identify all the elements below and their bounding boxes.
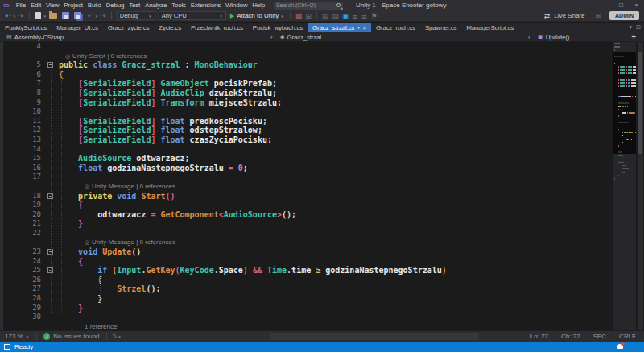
code-line-10: 10 <box>0 107 612 117</box>
attach-label: Attach to Unity <box>237 12 279 19</box>
indent-icon[interactable]: ≣ <box>350 10 360 22</box>
float-window-icon[interactable]: ⊡ <box>636 24 641 31</box>
breadcrumb-type[interactable]: ◈ Gracz_strzal <box>280 32 321 42</box>
menu-item-project[interactable]: Project <box>61 0 85 10</box>
search-box[interactable]: Search (Ctrl+Q) <box>274 2 343 10</box>
codelens-line[interactable]: ◎Unity Message | 0 references <box>0 238 612 247</box>
document-health-indicator[interactable]: ✓ No issues found <box>39 333 103 340</box>
uncomment-icon[interactable]: ▤ <box>330 10 341 22</box>
feedback-icon[interactable]: ✉ <box>594 10 604 22</box>
codelens-text[interactable]: 1 reference <box>85 323 117 330</box>
fold-box-icon[interactable] <box>47 62 53 68</box>
codelens-text[interactable]: Unity Message | 0 references <box>92 238 175 246</box>
back-dropdown-icon[interactable]: ▾ <box>14 14 16 19</box>
configuration-dropdown-icon: ▾ <box>149 14 151 19</box>
menu-item-tools[interactable]: Tools <box>169 0 188 10</box>
live-share-button[interactable]: Live Share <box>554 12 584 19</box>
line-number: 27 <box>0 284 42 294</box>
tab-spawner-cs[interactable]: Spawner.cs <box>420 23 461 32</box>
codelens-line[interactable]: ◎Unity Script | 0 references <box>0 52 612 61</box>
attach-to-unity-button[interactable]: ▶ Attach to Unity ▾ <box>230 12 284 19</box>
minimize-button[interactable]: – <box>598 0 613 10</box>
codelens-text[interactable]: Unity Script | 0 references <box>72 52 147 60</box>
tab-gracz_zycie-cs[interactable]: Gracz_zycie.cs <box>103 23 154 32</box>
platform-select[interactable]: Any CPU ▾ <box>159 11 226 20</box>
new-file-icon[interactable] <box>35 12 41 19</box>
close-button[interactable]: × <box>629 0 644 10</box>
grid-icon[interactable]: ⊞ <box>303 10 313 22</box>
minimap[interactable] <box>613 42 636 330</box>
codelens-line[interactable]: 1 reference <box>0 322 612 330</box>
zoom-select[interactable]: 173 % ▾ <box>0 333 34 340</box>
menu-item-extensions[interactable]: Extensions <box>188 0 223 10</box>
status-message: Ready <box>14 343 33 350</box>
navigate-forward-icon[interactable]: ↷ <box>16 10 26 22</box>
codelens-text[interactable]: Unity Message | 0 references <box>92 183 175 190</box>
project-dropdown-icon[interactable]: ▾ <box>270 35 273 39</box>
horizontal-scrollbar-thumb[interactable] <box>270 333 479 340</box>
tab-pin-icon[interactable]: ▾ <box>357 25 359 30</box>
menu-item-analyze[interactable]: Analyze <box>142 0 169 10</box>
save-all-icon[interactable] <box>74 12 81 19</box>
breadcrumb-project[interactable]: ▤ Assembly-CSharp <box>6 32 64 42</box>
notification-bell-icon[interactable] <box>617 344 623 349</box>
line-ending-indicator[interactable]: CRLF <box>619 333 636 340</box>
menu-item-view[interactable]: View <box>43 0 61 10</box>
code-line-16: 16 float godzinaNastepnegoStrzalu = 0; <box>0 164 612 173</box>
configuration-select[interactable]: Debug ▾ <box>117 11 155 20</box>
open-folder-icon[interactable] <box>49 13 57 19</box>
tab-zycie-cs[interactable]: Zycie.cs <box>154 23 186 32</box>
code-line-27: 27 Strzel(); <box>0 284 612 294</box>
pencil-icon: ✎ <box>113 333 118 340</box>
tab-gracz_strzal-cs[interactable]: Gracz_strzal.cs▾× <box>308 23 371 32</box>
vertical-scrollbar[interactable] <box>638 42 643 330</box>
navigate-back-icon[interactable]: ↶ <box>3 10 13 22</box>
comment-icon[interactable]: ▤ <box>320 10 331 22</box>
tab-pocisk_wybuch-cs[interactable]: Pocisk_wybuch.cs <box>248 23 308 32</box>
editor[interactable]: 4◎Unity Script | 0 references5public cla… <box>0 42 644 330</box>
breakpoint-grid-icon[interactable]: ▦ <box>294 10 304 22</box>
maximize-button[interactable]: □ <box>613 0 629 10</box>
tab-gracz_ruch-cs[interactable]: Gracz_ruch.cs <box>371 23 420 32</box>
new-file-dropdown-icon[interactable]: ▾ <box>44 14 47 19</box>
save-icon[interactable] <box>62 12 69 19</box>
toolbar: ↶ ▾ ↷ ▾ ↶ ▾ ↷ Debug ▾ Any CPU ▾ ▶ Attach… <box>0 10 644 22</box>
user-account-button[interactable]: ADMIN <box>609 11 639 20</box>
horizontal-scrollbar[interactable] <box>125 331 518 342</box>
outdent-icon[interactable]: ≣ <box>360 10 369 22</box>
split-window-icon[interactable]: + <box>631 32 636 42</box>
menu-item-edit[interactable]: Edit <box>28 0 43 10</box>
active-files-dropdown-icon[interactable]: ▾ <box>630 24 633 31</box>
codelens-line[interactable]: ◎Unity Message | 0 references <box>0 182 612 192</box>
menu-item-file[interactable]: File <box>14 0 28 10</box>
tab-punktyscript-cs[interactable]: PunktyScript.cs <box>0 23 52 32</box>
background-tasks-icon[interactable] <box>4 344 10 350</box>
tab-managerscript-cs[interactable]: ManagerScript.cs <box>461 23 518 32</box>
redo-icon[interactable]: ↷ <box>98 10 108 22</box>
code-line-22: 22 <box>0 229 612 238</box>
editor-mini-tools[interactable]: ✎ ▾ <box>109 333 125 340</box>
menu-item-test[interactable]: Test <box>126 0 142 10</box>
menu-item-window[interactable]: Window <box>223 0 250 10</box>
tab-przeciwnik_ruch-cs[interactable]: Przeciwnik_ruch.cs <box>186 23 248 32</box>
breadcrumb-member[interactable]: ▣ Update() <box>538 32 569 42</box>
menu-item-help[interactable]: Help <box>250 0 267 10</box>
bookmark-icon[interactable]: ▣ <box>341 10 351 22</box>
undo-dropdown-icon[interactable]: ▾ <box>96 14 98 19</box>
code-text: [SerializeField] Transform miejsceStrzal… <box>59 98 282 107</box>
tab-manager_ui-cs[interactable]: Manager_UI.cs <box>52 23 103 32</box>
tab-close-icon[interactable]: × <box>362 24 365 31</box>
undo-icon[interactable]: ↶ <box>85 10 95 22</box>
minimap-viewport[interactable] <box>613 52 636 154</box>
code-text: } <box>59 219 83 228</box>
type-dropdown-icon[interactable]: ▾ <box>528 35 530 39</box>
tab-label: ManagerScript.cs <box>466 24 514 31</box>
menu-item-build[interactable]: Build <box>85 0 104 10</box>
code-line-4: 4 <box>0 42 612 52</box>
vertical-scrollbar-thumb[interactable] <box>638 52 642 154</box>
spaces-indicator[interactable]: SPC <box>593 333 606 340</box>
menu-item-debug[interactable]: Debug <box>104 0 127 10</box>
tab-label: Manager_UI.cs <box>56 24 98 31</box>
code-lines[interactable]: 4◎Unity Script | 0 references5public cla… <box>0 42 612 330</box>
flag-icon[interactable]: ⚑ <box>369 10 378 22</box>
